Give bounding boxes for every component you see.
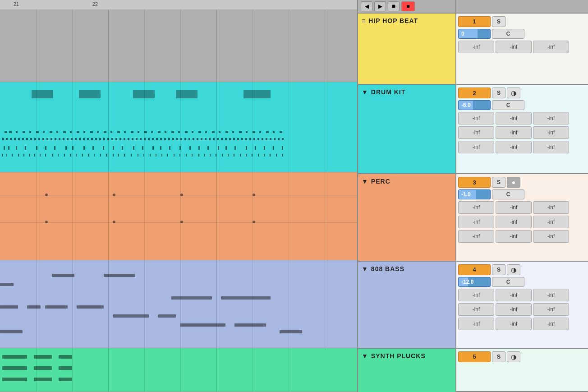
note-block[interactable] xyxy=(234,323,266,327)
waveform-dot xyxy=(180,221,183,223)
clip-block[interactable] xyxy=(79,90,101,98)
record-button[interactable]: ⏺ xyxy=(388,1,400,11)
svg-rect-172 xyxy=(174,154,175,157)
clip-block[interactable] xyxy=(176,90,198,98)
mixer-inf-btn[interactable]: -inf xyxy=(458,41,494,53)
clip-block[interactable] xyxy=(133,90,155,98)
note-block[interactable] xyxy=(0,283,14,286)
track-808-bass-header[interactable]: ▼ 808 BASS xyxy=(358,262,455,349)
svg-rect-160 xyxy=(100,154,101,157)
note-block[interactable] xyxy=(2,366,27,370)
mixer-inf-btn[interactable]: -inf xyxy=(458,289,494,301)
arrangement-track-808-bass[interactable] xyxy=(0,260,357,348)
mixer-icon-drum-kit[interactable]: ◑ xyxy=(507,88,520,98)
note-block[interactable] xyxy=(180,323,225,327)
mixer-inf-btn[interactable]: -inf xyxy=(496,201,532,214)
note-block[interactable] xyxy=(171,296,212,300)
mixer-inf-btn[interactable]: -inf xyxy=(458,318,494,330)
note-block[interactable] xyxy=(104,274,135,277)
mixer-inf-btn[interactable]: -inf xyxy=(458,201,494,214)
note-block[interactable] xyxy=(280,330,302,333)
mixer-inf-btn[interactable]: -inf xyxy=(496,126,532,139)
note-block[interactable] xyxy=(0,305,18,309)
mixer-number-synth[interactable]: 5 xyxy=(458,351,491,362)
mixer-inf-btn[interactable]: -inf xyxy=(533,216,569,228)
forward-button[interactable]: ▶ xyxy=(374,1,386,11)
mixer-inf-btn[interactable]: -inf xyxy=(496,112,532,125)
mixer-number-808-bass[interactable]: 4 xyxy=(458,264,491,275)
mixer-inf-btn[interactable]: -inf xyxy=(458,126,494,139)
mixer-s-hip-hop[interactable]: S xyxy=(492,16,505,27)
track-synth-header[interactable]: ▼ SYNTH PLUCKS xyxy=(358,349,455,392)
note-block[interactable] xyxy=(45,305,68,309)
back-button[interactable]: ◀ xyxy=(361,1,372,11)
mixer-inf-btn[interactable]: -inf xyxy=(496,141,532,153)
mixer-inf-btn[interactable]: -inf xyxy=(533,141,569,153)
mixer-s-perc[interactable]: S xyxy=(492,177,505,188)
svg-rect-152 xyxy=(52,154,53,157)
mixer-s-synth[interactable]: S xyxy=(492,351,505,362)
mixer-inf-btn[interactable]: -inf xyxy=(496,216,532,228)
track-hip-hop-header[interactable]: ≡ HIP HOP BEAT xyxy=(358,14,455,85)
mixer-inf-btn[interactable]: -inf xyxy=(458,303,494,316)
mixer-inf-btn[interactable]: -inf xyxy=(533,112,569,125)
mixer-volume-perc[interactable]: -1.0 xyxy=(458,189,491,199)
note-block[interactable] xyxy=(221,296,271,300)
mixer-inf-btn[interactable]: -inf xyxy=(496,230,532,243)
mixer-inf-btn[interactable]: -inf xyxy=(458,230,494,243)
arrangement-track-synth[interactable] xyxy=(0,348,357,392)
mixer-s-808-bass[interactable]: S xyxy=(492,264,505,275)
mixer-inf-btn[interactable]: -inf xyxy=(496,303,532,316)
mixer-inf-btn[interactable]: -inf xyxy=(533,126,569,139)
note-block[interactable] xyxy=(158,314,176,318)
mixer-volume-808-bass[interactable]: -12.0 xyxy=(458,277,491,287)
mixer-inf-btn[interactable]: -inf xyxy=(496,41,532,53)
note-block[interactable] xyxy=(34,366,52,370)
note-block[interactable] xyxy=(0,330,23,333)
arrangement-track-drum-kit[interactable] xyxy=(0,82,357,172)
mixer-inf-btn[interactable]: -inf xyxy=(458,216,494,228)
mixer-inf-btn[interactable]: -inf xyxy=(458,141,494,153)
mixer-c-hip-hop[interactable]: C xyxy=(492,29,524,39)
clip-block[interactable] xyxy=(32,90,53,98)
stop-button[interactable]: ■ xyxy=(401,1,415,11)
note-block[interactable] xyxy=(34,378,52,381)
mixer-inf-btn[interactable]: -inf xyxy=(533,201,569,214)
mixer-inf-btn[interactable]: -inf xyxy=(533,230,569,243)
mixer-inf-btn[interactable]: -inf xyxy=(533,318,569,330)
mixer-inf-btn[interactable]: -inf xyxy=(533,303,569,316)
arrangement-track-perc[interactable] xyxy=(0,172,357,260)
note-block[interactable] xyxy=(2,355,27,359)
mixer-c-perc[interactable]: C xyxy=(492,189,524,199)
track-perc-header[interactable]: ▼ PERC xyxy=(358,174,455,261)
note-block[interactable] xyxy=(113,314,149,318)
mixer-volume-hip-hop[interactable]: 0 xyxy=(458,29,491,39)
mixer-icon-808-bass[interactable]: ◑ xyxy=(507,264,520,275)
note-block[interactable] xyxy=(59,355,72,359)
mixer-number-drum-kit[interactable]: 2 xyxy=(458,88,491,98)
note-block[interactable] xyxy=(77,305,104,309)
note-block[interactable] xyxy=(2,378,27,381)
mixer-c-drum-kit[interactable]: C xyxy=(492,100,524,110)
mixer-number-hip-hop[interactable]: 1 xyxy=(458,16,491,27)
mixer-icon-perc[interactable]: ● xyxy=(507,177,520,188)
mixer-inf-btn[interactable]: -inf xyxy=(496,318,532,330)
svg-rect-178 xyxy=(210,154,211,157)
mixer-s-drum-kit[interactable]: S xyxy=(492,88,505,98)
note-block[interactable] xyxy=(59,378,72,381)
mixer-inf-btn[interactable]: -inf xyxy=(496,289,532,301)
mixer-inf-btn[interactable]: -inf xyxy=(458,112,494,125)
note-block[interactable] xyxy=(59,366,72,370)
clip-block[interactable] xyxy=(243,90,271,98)
arrangement-track-hip-hop[interactable] xyxy=(0,10,357,82)
mixer-inf-btn[interactable]: -inf xyxy=(533,289,569,301)
mixer-c-808-bass[interactable]: C xyxy=(492,277,524,287)
mixer-icon-synth[interactable]: ◑ xyxy=(507,351,520,362)
note-block[interactable] xyxy=(27,305,41,309)
track-drum-kit-header[interactable]: ▼ DRUM KIT xyxy=(358,85,455,174)
mixer-inf-btn[interactable]: -inf xyxy=(533,41,569,53)
note-block[interactable] xyxy=(52,274,74,277)
mixer-volume-drum-kit[interactable]: -6.0 xyxy=(458,100,491,110)
note-block[interactable] xyxy=(34,355,52,359)
mixer-number-perc[interactable]: 3 xyxy=(458,177,491,188)
